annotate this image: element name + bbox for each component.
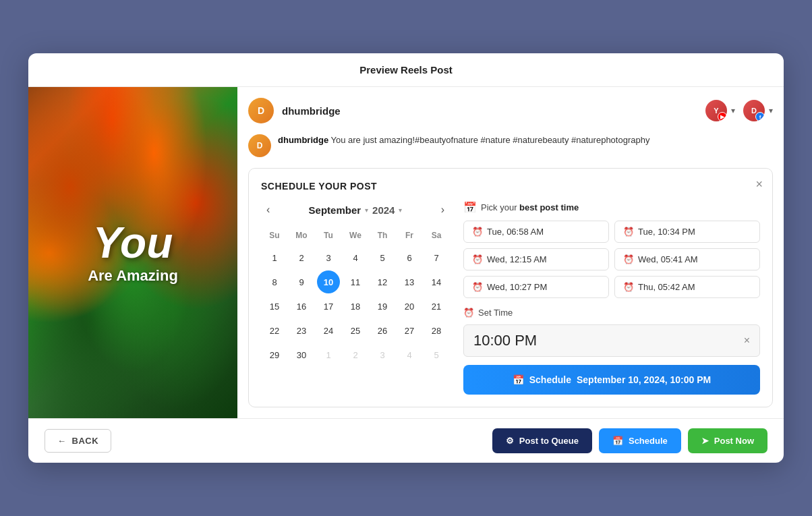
cal-day-15[interactable]: 15 xyxy=(263,295,286,318)
account-selector-2[interactable]: D f ▾ xyxy=(743,100,773,121)
cal-day-2[interactable]: 2 xyxy=(290,246,313,269)
cal-week-5: 29 30 1 2 3 4 5 xyxy=(261,343,450,367)
cal-header-tu: Tu xyxy=(315,228,342,243)
cal-day-25[interactable]: 25 xyxy=(344,319,367,342)
time-chip-3[interactable]: ⏰ Wed, 05:41 AM xyxy=(614,248,760,270)
calendar-month: September xyxy=(309,204,361,216)
cal-day-11[interactable]: 11 xyxy=(344,270,367,293)
text-overlay: You Are Amazing xyxy=(28,87,237,418)
calendar-header-row: Su Mo Tu We Th Fr Sa xyxy=(261,228,450,243)
cal-header-sa: Sa xyxy=(423,228,450,243)
calendar-year: 2024 xyxy=(372,204,395,216)
cal-day-24[interactable]: 24 xyxy=(317,319,340,342)
best-time-bold-label: best post time xyxy=(519,202,579,212)
cal-day-oct1[interactable]: 1 xyxy=(317,343,340,366)
close-schedule-button[interactable]: × xyxy=(755,178,763,190)
avatar-youtube[interactable]: Y ▶ xyxy=(705,100,727,121)
back-button[interactable]: ← BACK xyxy=(45,429,111,453)
set-time-clock-icon: ⏰ xyxy=(463,308,474,318)
schedule-btn-label: Schedule xyxy=(529,374,571,385)
time-chip-label-2: Wed, 12:15 AM xyxy=(487,254,547,264)
caption-username: dhumbridge xyxy=(278,135,328,145)
cal-week-3: 15 16 17 18 19 20 21 xyxy=(261,294,450,318)
cal-day-5[interactable]: 5 xyxy=(371,246,394,269)
time-chip-4[interactable]: ⏰ Wed, 10:27 PM xyxy=(463,276,609,298)
prev-month-button[interactable]: ‹ xyxy=(261,201,275,219)
clock-icon-2: ⏰ xyxy=(472,254,483,264)
schedule-button[interactable]: 📅 Schedule xyxy=(599,428,681,453)
content-panel: D dhumbridge Y ▶ ▾ xyxy=(237,87,784,418)
cal-day-23[interactable]: 23 xyxy=(290,319,313,342)
overlay-text-amazing: Are Amazing xyxy=(88,267,178,285)
calendar: ‹ September ▾ 2024 ▾ › xyxy=(261,201,450,395)
cal-day-6[interactable]: 6 xyxy=(398,246,421,269)
time-clear-button[interactable]: × xyxy=(744,335,750,347)
cal-day-19[interactable]: 19 xyxy=(371,295,394,318)
cal-day-29[interactable]: 29 xyxy=(263,343,286,366)
avatar-group-2[interactable]: D f xyxy=(743,100,765,121)
clock-icon-0: ⏰ xyxy=(472,227,483,237)
cal-day-18[interactable]: 18 xyxy=(344,295,367,318)
avatar-facebook[interactable]: D f xyxy=(743,100,765,121)
clock-icon-4: ⏰ xyxy=(472,282,483,292)
time-chip-0[interactable]: ⏰ Tue, 06:58 AM xyxy=(463,221,609,243)
avatar-group[interactable]: Y ▶ xyxy=(705,100,727,121)
calendar-grid: Su Mo Tu We Th Fr Sa 1 xyxy=(261,228,450,367)
time-chip-label-5: Thu, 05:42 AM xyxy=(638,282,695,292)
caption-text: dhumbridge You are just amazing!#beautyo… xyxy=(278,134,649,146)
time-input-box[interactable]: 10:00 PM × xyxy=(463,324,760,357)
cal-day-oct2[interactable]: 2 xyxy=(344,343,367,366)
account-selector[interactable]: Y ▶ ▾ xyxy=(705,100,735,121)
account-chevron-2-icon[interactable]: ▾ xyxy=(769,106,773,115)
time-value-display: 10:00 PM xyxy=(473,332,537,349)
schedule-icon: 📅 xyxy=(612,436,623,446)
cal-day-9[interactable]: 9 xyxy=(290,270,313,293)
schedule-title: SCHEDULE YOUR POST xyxy=(261,181,760,192)
time-chip-label-1: Tue, 10:34 PM xyxy=(638,227,695,237)
cal-day-1[interactable]: 1 xyxy=(263,246,286,269)
cal-header-mo: Mo xyxy=(288,228,315,243)
clock-icon-1: ⏰ xyxy=(623,227,634,237)
cal-day-4[interactable]: 4 xyxy=(344,246,367,269)
cal-day-3[interactable]: 3 xyxy=(317,246,340,269)
cal-day-30[interactable]: 30 xyxy=(290,343,313,366)
post-to-queue-button[interactable]: ⚙ Post to Queue xyxy=(492,428,592,453)
next-month-button[interactable]: › xyxy=(436,201,450,219)
cal-day-oct5[interactable]: 5 xyxy=(425,343,448,366)
cal-day-21[interactable]: 21 xyxy=(425,295,448,318)
schedule-date-button[interactable]: 📅 Schedule September 10, 2024, 10:00 PM xyxy=(463,365,760,395)
cal-day-12[interactable]: 12 xyxy=(371,270,394,293)
main-modal: Preview Reels Post You Are Amazing D dhu… xyxy=(28,53,784,463)
cal-day-28[interactable]: 28 xyxy=(425,319,448,342)
best-time-label: Pick your best post time xyxy=(481,202,579,212)
cal-day-17[interactable]: 17 xyxy=(317,295,340,318)
cal-header-su: Su xyxy=(261,228,288,243)
footer-actions: ⚙ Post to Queue 📅 Schedule ➤ Post Now xyxy=(492,428,767,453)
cal-day-oct4[interactable]: 4 xyxy=(398,343,421,366)
queue-icon: ⚙ xyxy=(506,436,514,446)
cal-day-20[interactable]: 20 xyxy=(398,295,421,318)
account-chevron-icon[interactable]: ▾ xyxy=(731,106,735,115)
cal-day-8[interactable]: 8 xyxy=(263,270,286,293)
cal-day-26[interactable]: 26 xyxy=(371,319,394,342)
schedule-label: Schedule xyxy=(629,436,668,446)
modal-overlay: Preview Reels Post You Are Amazing D dhu… xyxy=(0,0,812,516)
time-chip-2[interactable]: ⏰ Wed, 12:15 AM xyxy=(463,248,609,270)
cal-day-16[interactable]: 16 xyxy=(290,295,313,318)
cal-day-oct3[interactable]: 3 xyxy=(371,343,394,366)
modal-body: You Are Amazing D dhumbridge Y ▶ xyxy=(28,87,784,418)
clock-icon-5: ⏰ xyxy=(623,282,634,292)
post-now-icon: ➤ xyxy=(701,436,709,446)
cal-day-10[interactable]: 10 xyxy=(317,270,340,293)
cal-day-14[interactable]: 14 xyxy=(425,270,448,293)
cal-week-1: 1 2 3 4 5 6 7 xyxy=(261,246,450,270)
cal-day-27[interactable]: 27 xyxy=(398,319,421,342)
cal-day-13[interactable]: 13 xyxy=(398,270,421,293)
time-chip-1[interactable]: ⏰ Tue, 10:34 PM xyxy=(614,221,760,243)
post-now-button[interactable]: ➤ Post Now xyxy=(688,428,767,453)
best-time-header: 📅 Pick your best post time xyxy=(463,201,760,214)
cal-day-7[interactable]: 7 xyxy=(425,246,448,269)
best-time-panel: 📅 Pick your best post time ⏰ Tue, 06:58 … xyxy=(463,201,760,395)
cal-day-22[interactable]: 22 xyxy=(263,319,286,342)
time-chip-5[interactable]: ⏰ Thu, 05:42 AM xyxy=(614,276,760,298)
